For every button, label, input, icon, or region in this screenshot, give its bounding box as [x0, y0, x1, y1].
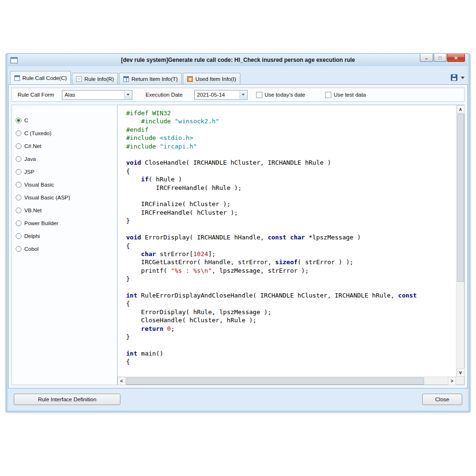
use-test-data-checkbox[interactable]: Use test data	[325, 92, 366, 98]
code-line: #include "ircapi.h"	[126, 142, 456, 150]
execution-date-combobox[interactable]: 2021-05-14	[194, 90, 248, 100]
code-line: #ifdef WIN32	[126, 109, 456, 117]
close-window-button[interactable]	[447, 54, 465, 62]
tab-used-item-info-i-[interactable]: Used Item Info(I)	[183, 73, 240, 84]
code-line: IRCFreeHandle( hCluster );	[126, 208, 456, 217]
tab-label: Rule Info(R)	[84, 76, 114, 82]
horizontal-scrollbar[interactable]	[118, 377, 456, 385]
horizontal-scroll-thumb[interactable]	[126, 377, 424, 385]
vertical-scroll-thumb[interactable]	[457, 114, 464, 282]
code-line: if( hRule )	[126, 175, 456, 183]
dialog-window: [dev rule system]Generate rule call code…	[6, 53, 470, 412]
maximize-button[interactable]	[434, 54, 446, 62]
tab-label: Used Item Info(I)	[195, 76, 236, 82]
footer-bar: Rule Interface Definition Close	[8, 388, 468, 410]
tabbar-dropdown-button[interactable]	[459, 73, 466, 82]
radio-icon	[16, 233, 21, 239]
language-option-cobol[interactable]: Cobol	[16, 242, 117, 255]
tab-list: Rule Call Code(C)Rule Info(R)Return Item…	[10, 71, 449, 84]
language-option-power-builder[interactable]: Power Builder	[16, 217, 117, 229]
code-line: IRCGetLastError( hHandle, strError, size…	[126, 258, 456, 266]
language-option-vb-net[interactable]: VB.Net	[16, 204, 117, 217]
language-option-jsp[interactable]: JSP	[16, 165, 117, 178]
code-line: {	[126, 357, 456, 366]
code-view[interactable]: #ifdef WIN32 #include "winsock2.h"#endif…	[118, 105, 456, 377]
rule-call-form-combobox[interactable]: Alas	[62, 90, 132, 100]
radio-icon	[16, 220, 21, 226]
tab-rule-info-r-[interactable]: Rule Info(R)	[72, 73, 118, 84]
language-label: C#.Net	[24, 143, 41, 149]
code-line: {	[126, 242, 456, 250]
checkbox-icon	[256, 92, 262, 98]
execution-date-value: 2021-05-14	[197, 92, 225, 98]
vertical-scrollbar[interactable]	[456, 105, 464, 377]
tab-bar: Rule Call Code(C)Rule Info(R)Return Item…	[8, 71, 468, 84]
chevron-down-icon[interactable]	[239, 91, 247, 99]
window-controls	[419, 54, 465, 62]
grid-icon	[123, 76, 129, 82]
use-todays-date-checkbox[interactable]: Use today's date	[256, 92, 305, 98]
rule-call-form-label: Rule Call Form	[18, 92, 54, 98]
code-line: IRCFreeHandle( hRule );	[126, 184, 456, 192]
code-line: IRCFinalize( hCluster );	[126, 200, 456, 208]
code-line: #include "winsock2.h"	[126, 117, 456, 125]
tab-return-item-info-t-[interactable]: Return Item Info(T)	[119, 73, 182, 84]
scrollbar-corner	[456, 377, 464, 385]
scroll-left-icon[interactable]	[118, 377, 126, 385]
code-line: printf( "%s : %s\n", lpszMessage, strErr…	[126, 267, 456, 275]
code-line	[126, 225, 456, 233]
code-line	[126, 341, 456, 349]
save-button[interactable]	[449, 73, 459, 82]
radio-icon	[16, 143, 21, 149]
language-option-visual-basic-asp-[interactable]: Visual Basic (ASP)	[16, 191, 117, 204]
chevron-down-icon[interactable]	[124, 91, 131, 99]
language-option-delphi[interactable]: Delphi	[16, 229, 117, 242]
execution-date-label: Execution Date	[146, 92, 183, 98]
language-label: Visual Basic (ASP)	[24, 195, 70, 200]
scroll-up-icon[interactable]	[456, 105, 465, 113]
tab-rule-call-code-c-[interactable]: Rule Call Code(C)	[10, 71, 71, 84]
code-line	[126, 150, 456, 159]
language-option-c-tuxedo-[interactable]: C (Tuxedo)	[16, 127, 117, 139]
code-line: #endif	[126, 126, 456, 134]
radio-icon	[16, 195, 21, 200]
tab-label: Rule Call Code(C)	[22, 75, 67, 81]
close-button[interactable]: Close	[422, 394, 462, 405]
code-line: }	[126, 217, 456, 225]
code-line: return 0;	[126, 325, 456, 333]
save-icon	[451, 74, 457, 81]
language-option-c[interactable]: C	[16, 114, 117, 127]
language-option-c-net[interactable]: C#.Net	[16, 139, 117, 152]
language-option-java[interactable]: Java	[16, 152, 117, 165]
main-split: CC (Tuxedo)C#.NetJavaJSPVisual BasicVisu…	[11, 105, 465, 385]
language-label: Java	[24, 156, 36, 162]
code-panel: #ifdef WIN32 #include "winsock2.h"#endif…	[117, 105, 465, 385]
code-line: {	[126, 167, 456, 175]
code-line	[126, 192, 456, 200]
code-line: int RuleErrorDisplayAndCloseHandle( IRCH…	[126, 291, 456, 299]
scroll-down-icon[interactable]	[456, 368, 465, 377]
radio-icon	[16, 208, 21, 213]
code-line: }	[126, 333, 456, 341]
radio-icon	[16, 246, 21, 252]
code-line: #include <stdio.h>	[126, 134, 456, 142]
code-line: ErrorDisplay( hRule, lpszMessage );	[126, 308, 456, 316]
language-label: Delphi	[24, 233, 40, 239]
title-bar[interactable]: [dev rule system]Generate rule call code…	[8, 54, 468, 66]
toolbar: Rule Call Form Alas Execution Date 2021-…	[11, 88, 465, 102]
language-option-visual-basic[interactable]: Visual Basic	[16, 178, 117, 191]
radio-icon	[16, 182, 21, 188]
minimize-button[interactable]	[420, 54, 433, 62]
code-line: }	[126, 275, 456, 283]
scroll-right-icon[interactable]	[448, 377, 456, 385]
language-label: Cobol	[24, 246, 39, 252]
language-label: VB.Net	[24, 208, 41, 213]
radio-icon	[16, 169, 21, 175]
tab-label: Return Item Info(T)	[131, 76, 178, 82]
rule-interface-definition-button[interactable]: Rule Interface Definition	[14, 394, 120, 405]
language-label: C	[24, 118, 28, 123]
tabbar-actions	[449, 73, 466, 82]
language-label: Power Builder	[24, 220, 59, 226]
language-label: C (Tuxedo)	[24, 130, 51, 136]
use-test-data-label: Use test data	[334, 92, 366, 98]
